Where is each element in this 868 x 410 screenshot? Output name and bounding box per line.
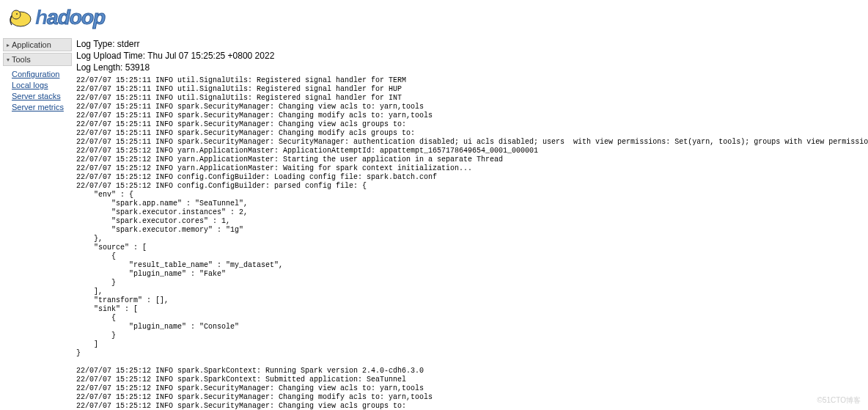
- nav-link-server-metrics[interactable]: Server metrics: [12, 102, 72, 113]
- hadoop-logo: hadoop: [6, 3, 862, 32]
- nav-section-application[interactable]: ▸ Application: [3, 38, 72, 51]
- nav-section-tools[interactable]: ▾ Tools: [3, 53, 72, 66]
- header: hadoop: [0, 0, 868, 35]
- nav-link-server-stacks[interactable]: Server stacks: [12, 91, 72, 102]
- log-body: 22/07/07 15:25:11 INFO util.SignalUtils:…: [76, 76, 868, 410]
- nav-link-configuration[interactable]: Configuration: [12, 69, 72, 80]
- log-meta: Log Type: stderr Log Upload Time: Thu Ju…: [76, 38, 868, 73]
- sidebar: ▸ Application ▾ Tools Configuration Loca…: [0, 35, 72, 410]
- nav-section-application-label: Application: [12, 40, 51, 49]
- log-type-line: Log Type: stderr: [76, 38, 868, 50]
- svg-point-1: [12, 10, 21, 19]
- hadoop-elephant-icon: [6, 3, 35, 32]
- log-content: Log Type: stderr Log Upload Time: Thu Ju…: [72, 35, 868, 410]
- log-length-line: Log Length: 53918: [76, 62, 868, 73]
- log-upload-line: Log Upload Time: Thu Jul 07 15:25:25 +08…: [76, 50, 868, 62]
- svg-point-2: [16, 13, 18, 15]
- nav-section-tools-label: Tools: [12, 55, 31, 64]
- chevron-right-icon: ▸: [7, 42, 10, 48]
- nav-links: Configuration Local logs Server stacks S…: [3, 67, 72, 117]
- watermark: ©51CTO博客: [817, 395, 861, 406]
- chevron-down-icon: ▾: [7, 56, 10, 63]
- hadoop-logo-text: hadoop: [35, 6, 105, 29]
- nav-link-local-logs[interactable]: Local logs: [12, 80, 72, 91]
